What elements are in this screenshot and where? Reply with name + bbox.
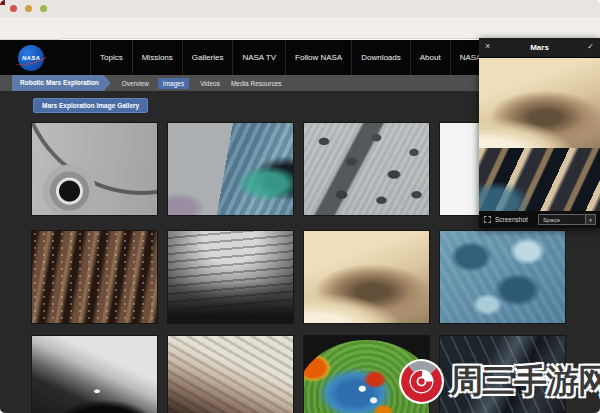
corner-artifact bbox=[0, 0, 5, 5]
nav-item-follow-nasa[interactable]: Follow NASA bbox=[286, 40, 352, 75]
section-tab-robotic-mars[interactable]: Robotic Mars Exploration bbox=[12, 75, 111, 91]
nav-item-nasa-tv[interactable]: NASA TV bbox=[233, 40, 286, 75]
panel-title: Mars bbox=[479, 43, 600, 52]
nasa-logo-text: NASA bbox=[22, 55, 40, 61]
gallery-image-ridges-teal[interactable] bbox=[168, 123, 293, 215]
mars-gallery-button[interactable]: Mars Exploration Image Gallery bbox=[33, 98, 148, 113]
gallery-image-rover-view[interactable] bbox=[32, 336, 157, 413]
space-dropdown[interactable]: Space ▾ bbox=[538, 214, 596, 225]
gallery-image-tan-dunes[interactable] bbox=[304, 231, 429, 323]
screenshot-icon bbox=[484, 216, 491, 223]
browser-toolbar: ← → ⟳ http://www.nasa.gov/mission_pages/… bbox=[0, 17, 600, 40]
zoom-window-button[interactable] bbox=[40, 5, 47, 12]
panel-image-dark-ridges[interactable] bbox=[479, 148, 600, 211]
nav-item-topics[interactable]: Topics bbox=[90, 40, 133, 75]
space-dropdown-value: Space bbox=[539, 217, 585, 223]
gallery-image-blue-ice[interactable] bbox=[440, 231, 565, 323]
nav-item-about[interactable]: About bbox=[411, 40, 451, 75]
gallery-image-crater[interactable] bbox=[32, 123, 157, 215]
nasa-logo[interactable]: NASA bbox=[18, 45, 44, 71]
subnav-item-images[interactable]: Images bbox=[158, 78, 189, 89]
confirm-check-icon[interactable]: ✓ bbox=[587, 42, 594, 51]
gallery-image-brown-dunes[interactable] bbox=[32, 231, 157, 323]
screenshot-label: Screenshot bbox=[495, 216, 538, 223]
watermark-text: 周三手游网 bbox=[450, 359, 600, 404]
gallery-image-canyon-slope[interactable] bbox=[168, 336, 293, 413]
close-window-button[interactable] bbox=[10, 5, 17, 12]
chevron-down-icon: ▾ bbox=[585, 215, 595, 224]
watermark: 周三手游网 bbox=[398, 358, 600, 405]
subnav-item-media-resources[interactable]: Media Resources bbox=[231, 80, 282, 87]
panel-footer: Screenshot Space ▾ bbox=[479, 211, 600, 228]
panel-image-tan-dunes[interactable] bbox=[479, 58, 600, 148]
panel-header: × Mars ✓ bbox=[479, 38, 600, 58]
minimize-window-button[interactable] bbox=[25, 5, 32, 12]
browser-window: ← → ⟳ http://www.nasa.gov/mission_pages/… bbox=[0, 0, 600, 413]
browser-titlebar bbox=[0, 0, 600, 17]
gallery-image-gullies[interactable] bbox=[168, 231, 293, 323]
subnav-item-videos[interactable]: Videos bbox=[200, 80, 220, 87]
gallery-image-blob-dunes[interactable] bbox=[304, 123, 429, 215]
nav-item-missions[interactable]: Missions bbox=[133, 40, 183, 75]
nav-item-galleries[interactable]: Galleries bbox=[183, 40, 234, 75]
swirl-logo-icon bbox=[398, 358, 445, 405]
subnav-item-overview[interactable]: Overview bbox=[122, 80, 149, 87]
screenshot-panel: × Mars ✓ Screenshot Space ▾ bbox=[479, 38, 600, 228]
nav-item-downloads[interactable]: Downloads bbox=[352, 40, 411, 75]
